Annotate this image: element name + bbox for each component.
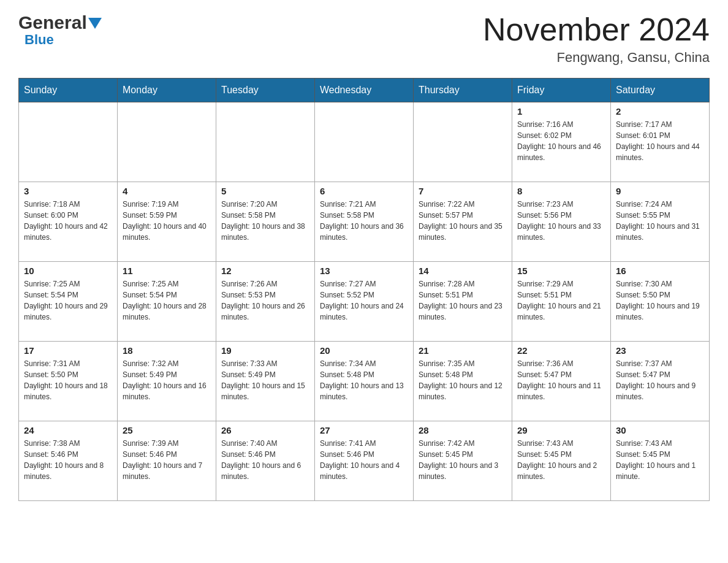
calendar-cell xyxy=(315,102,414,182)
calendar-cell: 16Sunrise: 7:30 AMSunset: 5:50 PMDayligh… xyxy=(611,262,710,342)
day-number: 16 xyxy=(616,266,704,276)
day-info: Sunrise: 7:36 AMSunset: 5:47 PMDaylight:… xyxy=(517,358,605,402)
day-info: Sunrise: 7:38 AMSunset: 5:46 PMDaylight:… xyxy=(24,438,112,482)
day-info: Sunrise: 7:37 AMSunset: 5:47 PMDaylight:… xyxy=(616,358,704,402)
day-info: Sunrise: 7:39 AMSunset: 5:46 PMDaylight:… xyxy=(123,438,211,482)
calendar-table: SundayMondayTuesdayWednesdayThursdayFrid… xyxy=(18,78,710,501)
day-info: Sunrise: 7:31 AMSunset: 5:50 PMDaylight:… xyxy=(24,358,112,402)
calendar-cell: 4Sunrise: 7:19 AMSunset: 5:59 PMDaylight… xyxy=(118,182,216,262)
day-number: 15 xyxy=(517,266,605,276)
day-info: Sunrise: 7:33 AMSunset: 5:49 PMDaylight:… xyxy=(221,358,309,402)
calendar-cell xyxy=(414,102,512,182)
day-info: Sunrise: 7:41 AMSunset: 5:46 PMDaylight:… xyxy=(320,438,408,482)
logo-blue-text: Blue xyxy=(25,32,54,48)
calendar-cell: 7Sunrise: 7:22 AMSunset: 5:57 PMDaylight… xyxy=(414,182,512,262)
calendar-cell: 24Sunrise: 7:38 AMSunset: 5:46 PMDayligh… xyxy=(19,421,118,501)
day-number: 22 xyxy=(517,345,605,356)
calendar-cell: 8Sunrise: 7:23 AMSunset: 5:56 PMDaylight… xyxy=(512,182,611,262)
month-title: November 2024 xyxy=(483,12,710,47)
day-number: 2 xyxy=(616,106,704,117)
day-number: 13 xyxy=(320,266,408,276)
calendar-cell: 6Sunrise: 7:21 AMSunset: 5:58 PMDaylight… xyxy=(315,182,414,262)
calendar-cell: 15Sunrise: 7:29 AMSunset: 5:51 PMDayligh… xyxy=(512,262,611,342)
weekday-header-thursday: Thursday xyxy=(414,79,512,102)
day-info: Sunrise: 7:34 AMSunset: 5:48 PMDaylight:… xyxy=(320,358,408,402)
weekday-header-wednesday: Wednesday xyxy=(315,79,414,102)
day-number: 26 xyxy=(221,425,309,435)
day-info: Sunrise: 7:43 AMSunset: 5:45 PMDaylight:… xyxy=(616,438,704,482)
weekday-header-saturday: Saturday xyxy=(611,79,710,102)
weekday-header-friday: Friday xyxy=(512,79,611,102)
day-info: Sunrise: 7:24 AMSunset: 5:55 PMDaylight:… xyxy=(616,199,704,243)
day-info: Sunrise: 7:19 AMSunset: 5:59 PMDaylight:… xyxy=(123,199,211,243)
calendar-cell: 29Sunrise: 7:43 AMSunset: 5:45 PMDayligh… xyxy=(512,421,611,501)
day-number: 30 xyxy=(616,425,704,435)
day-info: Sunrise: 7:26 AMSunset: 5:53 PMDaylight:… xyxy=(221,278,309,323)
calendar-cell: 20Sunrise: 7:34 AMSunset: 5:48 PMDayligh… xyxy=(315,342,414,421)
day-info: Sunrise: 7:35 AMSunset: 5:48 PMDaylight:… xyxy=(419,358,507,402)
calendar-cell: 1Sunrise: 7:16 AMSunset: 6:02 PMDaylight… xyxy=(512,102,611,182)
calendar-cell: 12Sunrise: 7:26 AMSunset: 5:53 PMDayligh… xyxy=(216,262,315,342)
day-info: Sunrise: 7:27 AMSunset: 5:52 PMDaylight:… xyxy=(320,278,408,323)
day-number: 12 xyxy=(221,266,309,276)
day-info: Sunrise: 7:23 AMSunset: 5:56 PMDaylight:… xyxy=(517,199,605,243)
day-number: 20 xyxy=(320,345,408,356)
day-number: 14 xyxy=(419,266,507,276)
day-number: 8 xyxy=(517,186,605,196)
calendar-cell: 14Sunrise: 7:28 AMSunset: 5:51 PMDayligh… xyxy=(414,262,512,342)
calendar-cell: 30Sunrise: 7:43 AMSunset: 5:45 PMDayligh… xyxy=(611,421,710,501)
calendar-cell: 11Sunrise: 7:25 AMSunset: 5:54 PMDayligh… xyxy=(118,262,216,342)
calendar-cell: 27Sunrise: 7:41 AMSunset: 5:46 PMDayligh… xyxy=(315,421,414,501)
calendar-cell: 18Sunrise: 7:32 AMSunset: 5:49 PMDayligh… xyxy=(118,342,216,421)
day-number: 9 xyxy=(616,186,704,196)
logo-triangle-icon xyxy=(88,18,102,29)
day-number: 27 xyxy=(320,425,408,435)
calendar-cell xyxy=(118,102,216,182)
day-info: Sunrise: 7:43 AMSunset: 5:45 PMDaylight:… xyxy=(517,438,605,482)
day-info: Sunrise: 7:22 AMSunset: 5:57 PMDaylight:… xyxy=(419,199,507,243)
day-info: Sunrise: 7:29 AMSunset: 5:51 PMDaylight:… xyxy=(517,278,605,323)
day-info: Sunrise: 7:18 AMSunset: 6:00 PMDaylight:… xyxy=(24,199,112,243)
weekday-header-monday: Monday xyxy=(118,79,216,102)
calendar-cell: 9Sunrise: 7:24 AMSunset: 5:55 PMDaylight… xyxy=(611,182,710,262)
calendar-cell: 21Sunrise: 7:35 AMSunset: 5:48 PMDayligh… xyxy=(414,342,512,421)
logo-general-text: General xyxy=(18,12,87,33)
day-number: 5 xyxy=(221,186,309,196)
week-row-4: 17Sunrise: 7:31 AMSunset: 5:50 PMDayligh… xyxy=(19,342,710,421)
day-number: 19 xyxy=(221,345,309,356)
weekday-header-sunday: Sunday xyxy=(19,79,118,102)
day-info: Sunrise: 7:30 AMSunset: 5:50 PMDaylight:… xyxy=(616,278,704,323)
day-info: Sunrise: 7:25 AMSunset: 5:54 PMDaylight:… xyxy=(123,278,211,323)
day-number: 10 xyxy=(24,266,112,276)
day-info: Sunrise: 7:17 AMSunset: 6:01 PMDaylight:… xyxy=(616,119,704,163)
day-number: 29 xyxy=(517,425,605,435)
calendar-cell xyxy=(216,102,315,182)
location-text: Fengwang, Gansu, China xyxy=(483,50,710,66)
calendar-cell: 5Sunrise: 7:20 AMSunset: 5:58 PMDaylight… xyxy=(216,182,315,262)
day-number: 11 xyxy=(123,266,211,276)
day-info: Sunrise: 7:42 AMSunset: 5:45 PMDaylight:… xyxy=(419,438,507,482)
logo: General Blue xyxy=(18,12,102,48)
day-number: 18 xyxy=(123,345,211,356)
calendar-cell: 10Sunrise: 7:25 AMSunset: 5:54 PMDayligh… xyxy=(19,262,118,342)
day-number: 21 xyxy=(419,345,507,356)
calendar-cell: 13Sunrise: 7:27 AMSunset: 5:52 PMDayligh… xyxy=(315,262,414,342)
weekday-header-tuesday: Tuesday xyxy=(216,79,315,102)
day-info: Sunrise: 7:28 AMSunset: 5:51 PMDaylight:… xyxy=(419,278,507,323)
title-block: November 2024 Fengwang, Gansu, China xyxy=(483,12,710,66)
day-info: Sunrise: 7:40 AMSunset: 5:46 PMDaylight:… xyxy=(221,438,309,482)
day-number: 7 xyxy=(419,186,507,196)
day-info: Sunrise: 7:25 AMSunset: 5:54 PMDaylight:… xyxy=(24,278,112,323)
week-row-3: 10Sunrise: 7:25 AMSunset: 5:54 PMDayligh… xyxy=(19,262,710,342)
calendar-cell: 22Sunrise: 7:36 AMSunset: 5:47 PMDayligh… xyxy=(512,342,611,421)
calendar-cell: 23Sunrise: 7:37 AMSunset: 5:47 PMDayligh… xyxy=(611,342,710,421)
weekday-header-row: SundayMondayTuesdayWednesdayThursdayFrid… xyxy=(19,79,710,102)
week-row-5: 24Sunrise: 7:38 AMSunset: 5:46 PMDayligh… xyxy=(19,421,710,501)
calendar-cell xyxy=(19,102,118,182)
calendar-cell: 28Sunrise: 7:42 AMSunset: 5:45 PMDayligh… xyxy=(414,421,512,501)
day-number: 3 xyxy=(24,186,112,196)
svg-marker-0 xyxy=(88,18,102,29)
calendar-cell: 3Sunrise: 7:18 AMSunset: 6:00 PMDaylight… xyxy=(19,182,118,262)
calendar-cell: 17Sunrise: 7:31 AMSunset: 5:50 PMDayligh… xyxy=(19,342,118,421)
day-info: Sunrise: 7:21 AMSunset: 5:58 PMDaylight:… xyxy=(320,199,408,243)
